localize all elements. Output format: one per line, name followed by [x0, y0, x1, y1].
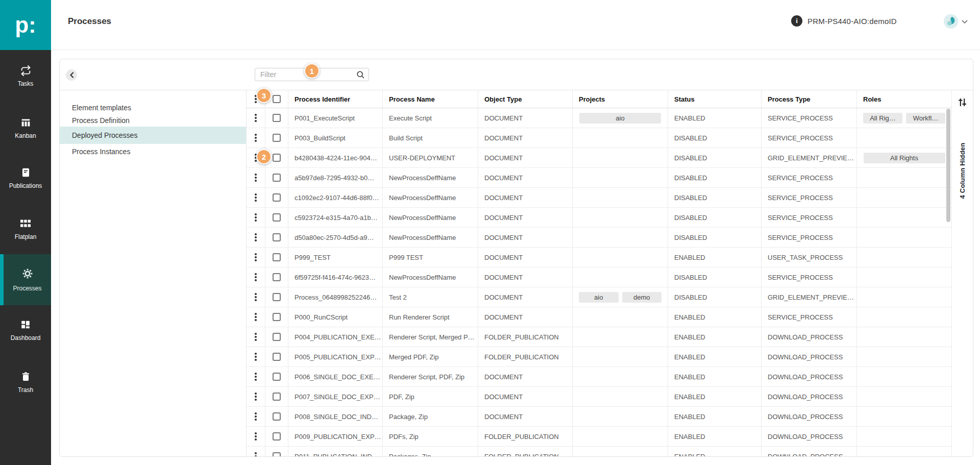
- table-row[interactable]: P007_SINGLE_DOC_EXPO… PDF, Zip DOCUMENT …: [247, 387, 952, 407]
- row-menu-icon[interactable]: [253, 251, 258, 263]
- row-checkbox[interactable]: [273, 154, 281, 162]
- process-name: Package, Zip: [389, 413, 428, 421]
- column-settings-icon[interactable]: [958, 97, 968, 107]
- process-name: NewProcessDeffName: [389, 234, 456, 241]
- table-row[interactable]: P009_PUBLICATION_EXPO… PDFs, Zip FOLDER_…: [247, 427, 952, 447]
- row-menu-icon[interactable]: [253, 132, 258, 143]
- row-checkbox[interactable]: [273, 273, 281, 281]
- column-header-projects[interactable]: Projects: [573, 90, 668, 108]
- row-checkbox[interactable]: [273, 253, 281, 261]
- object-type: DOCUMENT: [484, 234, 523, 241]
- row-checkbox[interactable]: [273, 174, 281, 182]
- app-logo[interactable]: p:: [0, 0, 51, 50]
- row-menu-icon[interactable]: [253, 351, 258, 362]
- sidebar-item-label: Flatplan: [15, 233, 37, 240]
- nav-item-process-instances[interactable]: Process Instances: [60, 144, 246, 159]
- sidebar-item-trash[interactable]: Trash: [0, 371, 51, 394]
- annotation-badge-3: 3: [256, 88, 272, 103]
- table-row[interactable]: b4280438-4224-11ec-904… USER-DEPLOYMENT …: [247, 148, 952, 168]
- table-row[interactable]: P999_TEST P999 TEST DOCUMENT ENABLED USE…: [247, 248, 952, 267]
- annotation-badge-2: 2: [256, 149, 272, 164]
- role-chips: All Rights: [863, 153, 945, 163]
- process-type: DOWNLOAD_PROCESS: [768, 373, 843, 381]
- process-identifier: c1092ec2-9107-44d6-88f0…: [295, 194, 379, 202]
- row-menu-icon[interactable]: [253, 430, 258, 442]
- process-identifier: P006_SINGLE_DOC_EXEC…: [295, 373, 382, 381]
- column-header-process-type[interactable]: Process Type: [762, 90, 857, 108]
- row-menu-icon[interactable]: [253, 172, 258, 183]
- table-row[interactable]: Process_0648998252246… Test 2 DOCUMENT a…: [247, 287, 952, 307]
- column-header-process-identifier[interactable]: Process Identifier: [288, 90, 383, 108]
- table-row[interactable]: c1092ec2-9107-44d6-88f0… NewProcessDeffN…: [247, 188, 952, 208]
- nav-item-deployed-processes[interactable]: Deployed Processes: [60, 127, 246, 144]
- process-name: NewProcessDeffName: [389, 214, 456, 222]
- row-checkbox[interactable]: [273, 412, 281, 421]
- sidebar-item-flatplan[interactable]: Flatplan: [0, 217, 51, 240]
- row-checkbox[interactable]: [273, 213, 281, 222]
- row-checkbox[interactable]: [273, 452, 281, 457]
- column-header-object-type[interactable]: Object Type: [478, 90, 573, 108]
- row-checkbox[interactable]: [273, 134, 281, 142]
- row-menu-icon[interactable]: [253, 271, 258, 283]
- table-row[interactable]: P008_SINGLE_DOC_INDES… Package, Zip DOCU…: [247, 407, 952, 427]
- tasks-repeat-icon: [20, 64, 32, 77]
- column-header-roles[interactable]: Roles: [857, 90, 952, 108]
- row-checkbox[interactable]: [273, 373, 281, 381]
- row-menu-icon[interactable]: [253, 450, 258, 457]
- avatar[interactable]: [944, 14, 958, 29]
- row-menu-icon[interactable]: [253, 311, 258, 323]
- user-menu[interactable]: [944, 14, 968, 29]
- table-row[interactable]: P001_ExecuteScript Execute Script DOCUME…: [247, 108, 952, 128]
- table-row[interactable]: d50a80ec-2570-4d5d-a9… NewProcessDeffNam…: [247, 228, 952, 248]
- sidebar-item-processes[interactable]: Processes: [0, 254, 51, 305]
- table-row[interactable]: P005_PUBLICATION_EXPO… Merged PDF, Zip F…: [247, 347, 952, 367]
- row-menu-icon[interactable]: [253, 211, 258, 223]
- row-checkbox-cell: [265, 327, 288, 347]
- search-icon[interactable]: [356, 70, 365, 81]
- process-name: Merged PDF, Zip: [389, 353, 439, 361]
- table-row[interactable]: P003_BuildScript Build Script DOCUMENT D…: [247, 128, 952, 148]
- status-value: ENABLED: [674, 353, 705, 361]
- collapse-panel-button[interactable]: [66, 69, 77, 81]
- row-menu-icon[interactable]: [253, 410, 258, 422]
- row-checkbox[interactable]: [273, 432, 281, 440]
- status-value: ENABLED: [674, 114, 705, 122]
- row-menu-icon[interactable]: [253, 291, 258, 303]
- row-checkbox[interactable]: [273, 313, 281, 321]
- table-row[interactable]: P004_PUBLICATION_EXEC… Renderer Script, …: [247, 327, 952, 347]
- row-checkbox[interactable]: [273, 393, 281, 401]
- object-type: DOCUMENT: [484, 174, 523, 182]
- select-all-checkbox[interactable]: [273, 95, 281, 103]
- row-menu-icon[interactable]: [253, 112, 258, 124]
- row-menu-icon[interactable]: [253, 191, 258, 203]
- row-checkbox[interactable]: [273, 293, 281, 301]
- sidebar-item-publications[interactable]: Publications: [0, 166, 51, 189]
- table-scrollbar[interactable]: [946, 109, 950, 222]
- row-checkbox[interactable]: [273, 333, 281, 341]
- table-row[interactable]: 6f59725f-f416-474c-9623… NewProcessDeffN…: [247, 267, 952, 287]
- row-menu-icon[interactable]: [253, 371, 258, 382]
- table-row[interactable]: P000_RunCScript Run Renderer Script DOCU…: [247, 307, 952, 327]
- table-row[interactable]: P011_PUBLICATION_INDESI… Packages, Zip F…: [247, 447, 952, 457]
- sidebar-item-dashboard[interactable]: Dashboard: [0, 319, 51, 341]
- row-checkbox[interactable]: [273, 193, 281, 202]
- column-header-process-name[interactable]: Process Name: [383, 90, 478, 108]
- table-row[interactable]: P006_SINGLE_DOC_EXEC… Renderer Script, P…: [247, 367, 952, 387]
- column-header-status[interactable]: Status: [668, 90, 762, 108]
- nav-item-element-templates[interactable]: Element templates: [60, 101, 246, 114]
- row-checkbox[interactable]: [273, 353, 281, 361]
- table-row[interactable]: a5b97de8-7295-4932-b0… NewProcessDeffNam…: [247, 168, 952, 188]
- row-menu-cell: [247, 427, 265, 446]
- row-checkbox[interactable]: [273, 233, 281, 241]
- kanban-columns-icon: [20, 116, 32, 129]
- sidebar-item-tasks[interactable]: Tasks: [0, 64, 51, 87]
- sidebar-item-kanban[interactable]: Kanban: [0, 116, 51, 139]
- row-menu-icon[interactable]: [253, 331, 258, 342]
- row-checkbox[interactable]: [273, 114, 281, 122]
- table-row[interactable]: c5923724-e315-4a70-a1b… NewProcessDeffNa…: [247, 208, 952, 228]
- info-icon[interactable]: i: [791, 15, 802, 27]
- process-identifier: 6f59725f-f416-474c-9623…: [295, 274, 376, 281]
- nav-item-process-definition[interactable]: Process Definition: [60, 114, 246, 127]
- row-menu-icon[interactable]: [253, 390, 258, 402]
- row-menu-icon[interactable]: [253, 231, 258, 243]
